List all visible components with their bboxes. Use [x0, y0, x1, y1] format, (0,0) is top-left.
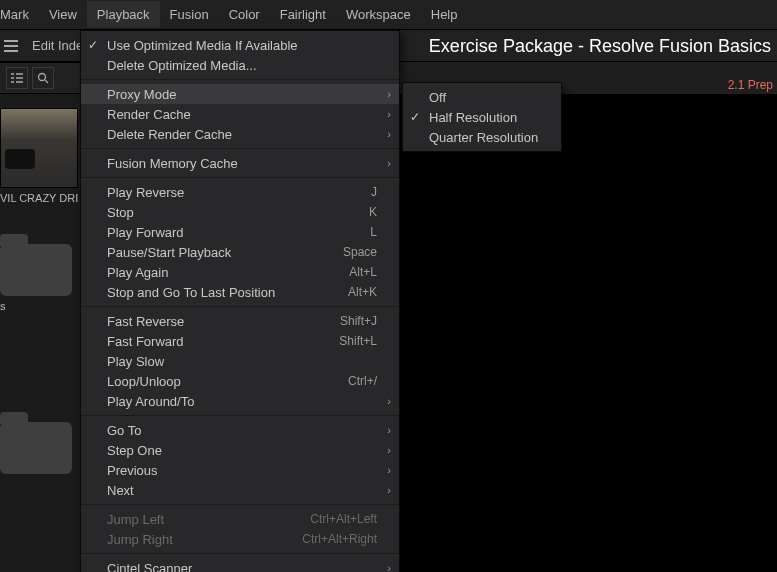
menu-item-label: Delete Render Cache [107, 127, 377, 142]
menu-item-shortcut: K [369, 205, 377, 219]
menu-item-label: Next [107, 483, 377, 498]
menubar-item-mark[interactable]: Mark [0, 1, 39, 28]
menu-item-shortcut: Shift+J [340, 314, 377, 328]
chevron-right-icon: › [387, 444, 391, 456]
menu-item-fusion-memory-cache[interactable]: Fusion Memory Cache› [81, 153, 399, 173]
check-icon: ✓ [410, 110, 420, 124]
menu-separator [81, 553, 399, 554]
menu-item-next[interactable]: Next› [81, 480, 399, 500]
list-view-icon[interactable] [6, 67, 28, 89]
menu-item-shortcut: Shift+L [339, 334, 377, 348]
submenu-item-half-resolution[interactable]: ✓Half Resolution [403, 107, 561, 127]
menu-item-play-reverse[interactable]: Play ReverseJ [81, 182, 399, 202]
menu-item-jump-right: Jump RightCtrl+Alt+Right [81, 529, 399, 549]
submenu-item-label: Quarter Resolution [429, 130, 549, 145]
menu-separator [81, 504, 399, 505]
menu-item-delete-render-cache[interactable]: Delete Render Cache› [81, 124, 399, 144]
clip-thumbnail[interactable] [0, 108, 78, 188]
chevron-right-icon: › [387, 88, 391, 100]
chevron-right-icon: › [387, 108, 391, 120]
menu-item-fast-forward[interactable]: Fast ForwardShift+L [81, 331, 399, 351]
edit-index-label[interactable]: Edit Inde [32, 38, 83, 53]
menu-item-play-forward[interactable]: Play ForwardL [81, 222, 399, 242]
timeline-name[interactable]: 2.1 Prep [728, 78, 773, 92]
menu-item-proxy-mode[interactable]: Proxy Mode› [81, 84, 399, 104]
menu-item-cintel-scanner[interactable]: Cintel Scanner› [81, 558, 399, 572]
chevron-right-icon: › [387, 395, 391, 407]
svg-point-0 [39, 74, 46, 81]
menubar-item-view[interactable]: View [39, 1, 87, 28]
menu-item-label: Play Reverse [107, 185, 371, 200]
chevron-right-icon: › [387, 424, 391, 436]
submenu-item-off[interactable]: Off [403, 87, 561, 107]
menu-item-step-one[interactable]: Step One› [81, 440, 399, 460]
menubar-item-color[interactable]: Color [219, 1, 270, 28]
menu-item-label: Step One [107, 443, 377, 458]
menu-item-shortcut: Alt+K [348, 285, 377, 299]
bin-folder[interactable] [0, 244, 72, 296]
menu-item-play-again[interactable]: Play AgainAlt+L [81, 262, 399, 282]
menu-item-label: Fast Reverse [107, 314, 340, 329]
menu-item-jump-left: Jump LeftCtrl+Alt+Left [81, 509, 399, 529]
menu-item-fast-reverse[interactable]: Fast ReverseShift+J [81, 311, 399, 331]
menu-item-loop-unloop[interactable]: Loop/UnloopCtrl+/ [81, 371, 399, 391]
menu-item-render-cache[interactable]: Render Cache› [81, 104, 399, 124]
menu-item-label: Pause/Start Playback [107, 245, 343, 260]
menu-item-shortcut: Space [343, 245, 377, 259]
menu-item-shortcut: Ctrl+Alt+Right [302, 532, 377, 546]
menu-separator [81, 148, 399, 149]
menu-item-previous[interactable]: Previous› [81, 460, 399, 480]
check-icon: ✓ [88, 38, 98, 52]
menubar-item-help[interactable]: Help [421, 1, 468, 28]
menu-item-label: Stop [107, 205, 369, 220]
menu-separator [81, 177, 399, 178]
search-icon[interactable] [32, 67, 54, 89]
project-title: Exercise Package - Resolve Fusion Basics [429, 36, 771, 57]
menubar: MarkViewPlaybackFusionColorFairlightWork… [0, 0, 777, 30]
submenu-item-label: Half Resolution [429, 110, 549, 125]
submenu-item-quarter-resolution[interactable]: Quarter Resolution [403, 127, 561, 147]
chevron-right-icon: › [387, 484, 391, 496]
menu-item-label: Play Again [107, 265, 349, 280]
menu-item-label: Jump Right [107, 532, 302, 547]
menu-item-label: Go To [107, 423, 377, 438]
menu-item-play-slow[interactable]: Play Slow [81, 351, 399, 371]
menu-item-stop-and-go-to-last-position[interactable]: Stop and Go To Last PositionAlt+K [81, 282, 399, 302]
chevron-right-icon: › [387, 464, 391, 476]
menu-item-play-around-to[interactable]: Play Around/To› [81, 391, 399, 411]
menu-item-shortcut: Alt+L [349, 265, 377, 279]
menubar-item-workspace[interactable]: Workspace [336, 1, 421, 28]
menu-item-label: Proxy Mode [107, 87, 377, 102]
menubar-item-fairlight[interactable]: Fairlight [270, 1, 336, 28]
media-pool: VIL CRAZY DRIVI s [0, 96, 80, 572]
chevron-right-icon: › [387, 157, 391, 169]
menu-item-label: Delete Optimized Media... [107, 58, 377, 73]
menu-item-shortcut: Ctrl+Alt+Left [310, 512, 377, 526]
proxy-mode-submenu: Off✓Half ResolutionQuarter Resolution [402, 82, 562, 152]
media-pool-toolbar [0, 62, 80, 94]
menu-separator [81, 306, 399, 307]
hamburger-icon[interactable] [2, 37, 20, 55]
menu-separator [81, 415, 399, 416]
menubar-item-fusion[interactable]: Fusion [160, 1, 219, 28]
chevron-right-icon: › [387, 562, 391, 572]
menu-item-label: Loop/Unloop [107, 374, 348, 389]
menu-item-label: Fast Forward [107, 334, 339, 349]
menu-item-shortcut: L [370, 225, 377, 239]
playback-menu: ✓Use Optimized Media If AvailableDelete … [80, 30, 400, 572]
menu-item-delete-optimized-media[interactable]: Delete Optimized Media... [81, 55, 399, 75]
menu-item-label: Render Cache [107, 107, 377, 122]
menu-item-pause-start-playback[interactable]: Pause/Start PlaybackSpace [81, 242, 399, 262]
menu-item-stop[interactable]: StopK [81, 202, 399, 222]
menu-item-label: Jump Left [107, 512, 310, 527]
bin-folder[interactable] [0, 422, 72, 474]
menu-item-label: Previous [107, 463, 377, 478]
menubar-item-playback[interactable]: Playback [87, 1, 160, 28]
menu-item-go-to[interactable]: Go To› [81, 420, 399, 440]
menu-item-label: Play Forward [107, 225, 370, 240]
bin-folder-label: s [0, 296, 80, 312]
menu-item-use-optimized-media-if-available[interactable]: ✓Use Optimized Media If Available [81, 35, 399, 55]
clip-thumbnail-label: VIL CRAZY DRIVI [0, 188, 78, 204]
submenu-item-label: Off [429, 90, 549, 105]
menu-item-label: Use Optimized Media If Available [107, 38, 377, 53]
